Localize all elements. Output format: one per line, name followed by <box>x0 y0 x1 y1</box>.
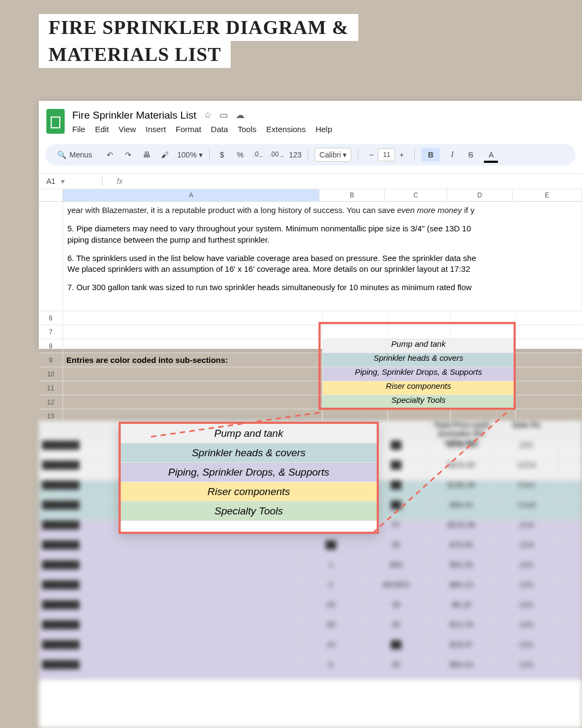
legend-riser[interactable]: Riser components <box>323 381 514 395</box>
bold-button[interactable]: B <box>421 148 440 162</box>
doc-title[interactable]: Fire Sprinkler Materials List <box>72 109 196 121</box>
menu-tools[interactable]: Tools <box>238 125 257 134</box>
page-title-line-1: FIRE SPRINKLER DIAGRAM & <box>39 14 358 41</box>
col-B[interactable]: B <box>320 189 385 201</box>
percent-button[interactable]: % <box>234 149 246 161</box>
star-icon[interactable]: ☆ <box>203 109 212 121</box>
col-C[interactable]: C <box>385 189 447 201</box>
currency-button[interactable]: $ <box>216 149 228 161</box>
toolbar: 🔍 Menus ↶ ↷ 🖶 🖌 100%▾ $ % .0← .00→ 123 C… <box>45 144 576 166</box>
sheets-logo-icon[interactable] <box>46 109 65 134</box>
legend-pump-tank[interactable]: Pump and tank <box>323 339 514 353</box>
menus-label: Menus <box>70 150 92 159</box>
menubar: File Edit View Insert Format Data Tools … <box>72 125 332 134</box>
legend-piping[interactable]: Piping, Sprinkler Drops, & Supports <box>323 367 514 381</box>
grid: year with Blazemaster, it is a reputable… <box>39 202 582 431</box>
menu-edit[interactable]: Edit <box>95 125 109 134</box>
fx-label: fx <box>117 177 123 186</box>
name-box[interactable]: A1▾ <box>39 177 100 186</box>
legend-sprinkler-heads[interactable]: Sprinkler heads & covers <box>323 353 514 367</box>
chevron-down-icon: ▾ <box>199 150 203 159</box>
search-menus[interactable]: 🔍 Menus <box>52 148 98 161</box>
legend-tools[interactable]: Specialty Tools <box>323 395 514 409</box>
legend-label[interactable]: Entries are color coded into sub-section… <box>63 353 323 367</box>
paint-format-icon[interactable]: 🖌 <box>159 149 171 161</box>
page-title-line-2: MATERIALS LIST <box>39 41 231 68</box>
italic-button[interactable]: I <box>446 149 458 161</box>
chevron-down-icon: ▾ <box>343 150 347 159</box>
search-icon: 🔍 <box>57 150 66 159</box>
strike-button[interactable]: S <box>465 149 476 161</box>
popup-tools: Specialty Tools <box>121 502 377 521</box>
chevron-down-icon: ▾ <box>61 177 65 186</box>
popup-sprinkler-heads: Sprinkler heads & covers <box>121 443 377 463</box>
menu-insert[interactable]: Insert <box>146 125 166 134</box>
font-size-value[interactable]: 11 <box>378 148 395 161</box>
popup-riser: Riser components <box>121 482 377 502</box>
move-icon[interactable]: ▭ <box>219 109 228 121</box>
spreadsheet-window: Fire Sprinkler Materials List ☆ ▭ ☁ File… <box>39 101 582 349</box>
col-D[interactable]: D <box>447 189 512 201</box>
select-all-corner[interactable] <box>39 189 63 201</box>
font-size-decrease[interactable]: − <box>365 148 378 161</box>
decrease-decimal-button[interactable]: .0← <box>253 149 265 161</box>
popup-pump-tank: Pump and tank <box>121 424 377 443</box>
text-color-button[interactable]: A <box>483 148 499 162</box>
column-headers: A B C D E <box>39 189 582 202</box>
zoom-select[interactable]: 100%▾ <box>177 150 203 159</box>
font-size-stepper[interactable]: − 11 + <box>365 148 408 161</box>
menu-format[interactable]: Format <box>176 125 202 134</box>
print-icon[interactable]: 🖶 <box>141 149 153 161</box>
cloud-icon[interactable]: ☁ <box>235 109 245 121</box>
menu-extensions[interactable]: Extensions <box>266 125 306 134</box>
notes-cell[interactable]: year with Blazemaster, it is a reputable… <box>63 202 582 311</box>
page-title: FIRE SPRINKLER DIAGRAM & MATERIALS LIST <box>39 14 358 68</box>
legend-zoom-popup: Pump and tank Sprinkler heads & covers P… <box>119 422 379 534</box>
increase-decimal-button[interactable]: .00→ <box>271 149 283 161</box>
col-E[interactable]: E <box>512 189 582 201</box>
format-123-button[interactable]: 123 <box>289 149 301 161</box>
doc-bar: Fire Sprinkler Materials List ☆ ▭ ☁ File… <box>39 101 582 138</box>
font-select[interactable]: Calibri ▾ <box>315 148 352 162</box>
menu-file[interactable]: File <box>72 125 85 134</box>
name-box-row: A1▾ │ fx <box>39 173 582 189</box>
table-row: year with Blazemaster, it is a reputable… <box>39 202 582 311</box>
popup-piping: Piping, Sprinkler Drops, & Supports <box>121 463 377 482</box>
menu-help[interactable]: Help <box>315 125 332 134</box>
menu-data[interactable]: Data <box>211 125 228 134</box>
font-size-increase[interactable]: + <box>395 148 408 161</box>
redo-icon[interactable]: ↷ <box>122 149 134 161</box>
menu-view[interactable]: View <box>119 125 136 134</box>
col-A[interactable]: A <box>63 189 320 201</box>
undo-icon[interactable]: ↶ <box>104 149 116 161</box>
